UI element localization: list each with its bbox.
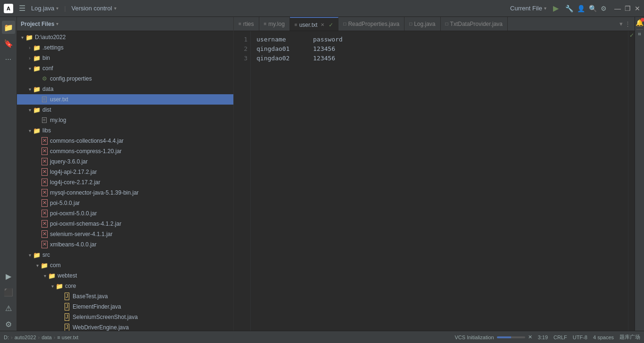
tree-arrow: › <box>26 45 33 50</box>
tabs-spacer <box>508 17 616 31</box>
tree-item-name: dist <box>42 106 51 113</box>
run-button[interactable]: ▶ <box>550 3 561 14</box>
tree-item-webdriverengine[interactable]: J WebDriverEngine.java <box>17 322 233 331</box>
left-icon-bookmarks[interactable]: 🔖 <box>2 37 15 50</box>
tab-tab-txtprovider[interactable]: □ TxtDataProvider.java <box>441 17 508 31</box>
maximize-button[interactable]: ❐ <box>625 5 631 12</box>
debug-button[interactable]: 🔧 <box>565 5 573 12</box>
tree-item-log4j-api[interactable]: ✕ log4j-api-2.17.2.jar <box>17 167 233 177</box>
code-area[interactable]: username passwordqingdao01 123456qingdao… <box>251 31 628 331</box>
vcs-close[interactable]: ✕ <box>528 334 532 340</box>
code-line-2: qingdao01 123456 <box>256 44 628 54</box>
left-icon-folder[interactable]: 📁 <box>2 21 15 34</box>
close-button[interactable]: ✕ <box>635 5 640 12</box>
tree-item-src[interactable]: ▾ 📁 src <box>17 250 233 260</box>
tab-icon: ≡ <box>239 21 241 26</box>
tree-arrow: ▾ <box>26 107 33 113</box>
tree-item-mysql-connector[interactable]: ✕ mysql-connector-java-5.1.39-bin.jar <box>17 188 233 198</box>
tree-item-settings[interactable]: › 📁 .settings <box>17 42 233 53</box>
tree-item-conf[interactable]: ▾ 📁 conf <box>17 63 233 74</box>
tree-item-com[interactable]: ▾ 📁 com <box>17 260 233 270</box>
tree-item-name: com <box>50 262 61 269</box>
left-icon-settings[interactable]: ⚙ <box>2 318 15 331</box>
left-icon-more[interactable]: ··· <box>2 53 15 66</box>
tree-item-selenium-server[interactable]: ✕ selenium-server-4.1.1.jar <box>17 229 233 239</box>
tree-item-name: WebDriverEngine.java <box>73 324 129 331</box>
tab-icon: □ <box>409 21 412 26</box>
left-icon-run[interactable]: ▶ <box>2 270 15 283</box>
tree-item-webtest[interactable]: ▾ 📁 webtest <box>17 270 233 281</box>
tree-item-name: config.properties <box>50 75 92 82</box>
file-tab-arrow: ▾ <box>56 6 58 11</box>
account-icon[interactable]: 👤 <box>577 5 585 12</box>
tree-item-poi[interactable]: ✕ poi-5.0.0.jar <box>17 198 233 208</box>
tabs-overflow[interactable]: ▾ ⋮ <box>616 17 635 31</box>
tree-item-config[interactable]: ⚙ config.properties <box>17 74 233 84</box>
file-icon-folder: 📁 <box>48 272 56 279</box>
tree-item-mylog[interactable]: ≡ my.log <box>17 115 233 125</box>
right-panel-icon[interactable]: ≡ <box>637 33 643 35</box>
tree-item-jquery[interactable]: ✕ jquery-3.6.0.jar <box>17 156 233 167</box>
tab-tab-usertxt[interactable]: ≡ user.txt ✕ ✓ <box>290 17 339 31</box>
file-icon-folder: 📁 <box>33 85 41 93</box>
current-file-label: Current File <box>510 5 542 12</box>
tree-item-log4j-core[interactable]: ✕ log4j-core-2.17.2.jar <box>17 177 233 188</box>
tree-item-name: commons-collections4-4.4.jar <box>50 138 124 144</box>
tree-item-poi-ooxml-schemas[interactable]: ✕ poi-ooxml-schemas-4.1.2.jar <box>17 219 233 229</box>
tree-item-poi-ooxml[interactable]: ✕ poi-ooxml-5.0.0.jar <box>17 208 233 219</box>
tab-icon: □ <box>343 21 346 26</box>
tree-item-core[interactable]: ▾ 📁 core <box>17 281 233 291</box>
hamburger-menu[interactable]: ☰ <box>17 3 27 14</box>
search-icon[interactable]: 🔍 <box>589 5 597 12</box>
tree-item-name: SeleniumScreenShot.java <box>73 314 138 320</box>
file-icon-jar: ✕ <box>41 147 48 155</box>
current-file-selector[interactable]: Current File ▾ <box>510 5 546 12</box>
tree-arrow: ▾ <box>41 273 48 278</box>
tree-item-commons-compress[interactable]: ✕ commons-compress-1.20.jar <box>17 146 233 156</box>
file-icon-jar: ✕ <box>41 241 48 248</box>
code-col2: 123456 <box>313 54 335 63</box>
file-icon-jar: ✕ <box>41 220 48 228</box>
file-icon-folder: 📁 <box>33 127 41 134</box>
left-icon-problems[interactable]: ⚠ <box>2 302 15 315</box>
tree-arrow: ▾ <box>26 128 33 133</box>
tree-item-basetest[interactable]: J BaseTest.java <box>17 291 233 302</box>
tree-item-name: commons-compress-1.20.jar <box>50 148 122 155</box>
tree-arrow: ▾ <box>49 284 56 289</box>
tab-tab-rties[interactable]: ≡ rties <box>234 17 259 31</box>
tree-item-commons-collections[interactable]: ✕ commons-collections4-4.4.jar <box>17 136 233 146</box>
tree-item-dist[interactable]: ▾ 📁 dist <box>17 105 233 115</box>
tree-item-elementfinder[interactable]: J ElementFinder.java <box>17 302 233 312</box>
tab-label: my.log <box>268 21 284 27</box>
tree-item-data[interactable]: ▾ 📁 data <box>17 84 233 94</box>
tree-arrow: › <box>26 56 33 61</box>
file-icon-java: J <box>63 303 71 310</box>
tree-item-name: poi-5.0.0.jar <box>50 200 80 206</box>
left-icon-terminal[interactable]: ⬛ <box>2 286 15 299</box>
tab-close-btn[interactable]: ✕ <box>319 22 326 28</box>
file-icon-jar: ✕ <box>41 168 48 176</box>
settings-icon[interactable]: ⚙ <box>601 5 607 12</box>
tree-item-libs[interactable]: ▾ 📁 libs <box>17 125 233 136</box>
file-icon-java: J <box>63 324 71 331</box>
tree-item-xmlbeans[interactable]: ✕ xmlbeans-4.0.0.jar <box>17 239 233 250</box>
breadcrumb-folder: data <box>41 335 51 340</box>
version-control-tab[interactable]: Version control ▾ <box>72 5 116 12</box>
notification-bell[interactable]: 🔔 <box>636 19 644 26</box>
right-panel: 🔔 ≡ <box>635 17 644 331</box>
tree-item-usertxt[interactable]: ≡ user.txt <box>17 94 233 105</box>
tree-item-bin[interactable]: › 📁 bin <box>17 53 233 63</box>
minimize-button[interactable]: — <box>614 5 621 12</box>
tab-tab-logjava[interactable]: □ Log.java <box>405 17 440 31</box>
tree-item-name: jquery-3.6.0.jar <box>50 158 88 165</box>
tree-item-auto2022[interactable]: ▾ 📁 D:\auto2022 <box>17 32 233 42</box>
file-icon-folder: 📁 <box>33 54 41 62</box>
file-tab[interactable]: Log.java ▾ <box>31 5 58 12</box>
tree-item-name: log4j-api-2.17.2.jar <box>50 169 97 175</box>
code-line-1: username password <box>256 35 628 44</box>
tree-item-name: mysql-connector-java-5.1.39-bin.jar <box>50 189 139 196</box>
tab-tab-readprop[interactable]: □ ReadProperties.java <box>339 17 405 31</box>
statusbar: D: › auto2022 › data › ≡ user.txt VCS In… <box>0 331 644 343</box>
tab-tab-mylog[interactable]: ≡ my.log <box>259 17 290 31</box>
tree-item-seleniumscreenshot[interactable]: J SeleniumScreenShot.java <box>17 312 233 322</box>
